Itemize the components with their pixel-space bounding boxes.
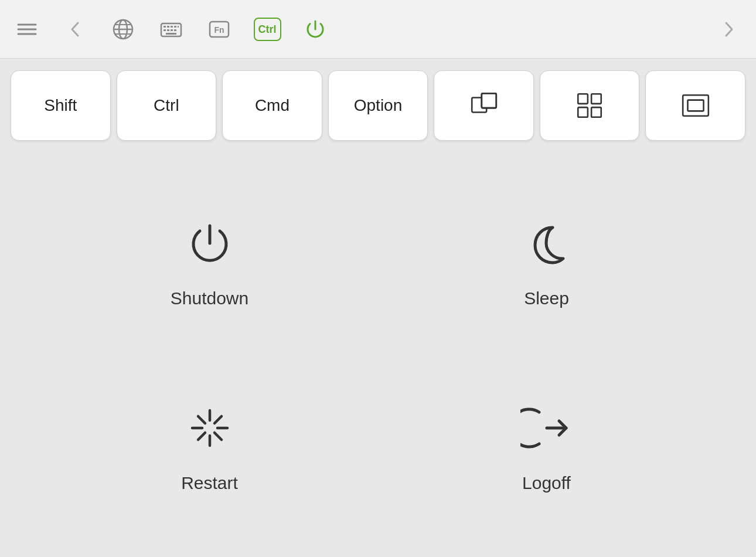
menu-icon[interactable] <box>12 14 42 45</box>
svg-rect-22 <box>481 93 496 108</box>
logoff-button[interactable]: Logoff <box>430 384 664 511</box>
shutdown-icon <box>183 217 236 272</box>
shutdown-label: Shutdown <box>171 288 248 308</box>
logoff-label: Logoff <box>522 473 571 493</box>
rect-key[interactable] <box>645 70 745 141</box>
svg-rect-29 <box>687 100 703 111</box>
svg-rect-24 <box>578 94 588 104</box>
sleep-button[interactable]: Sleep <box>430 199 664 326</box>
svg-rect-9 <box>164 26 166 28</box>
svg-line-35 <box>214 433 222 440</box>
shutdown-button[interactable]: Shutdown <box>93 199 327 326</box>
win1-key[interactable] <box>434 70 534 141</box>
keyboard-icon[interactable] <box>156 14 186 45</box>
restart-button[interactable]: Restart <box>93 384 327 511</box>
chevron-left-icon[interactable] <box>60 14 90 45</box>
toolbar: Fn Ctrl <box>0 0 756 59</box>
svg-rect-17 <box>174 29 176 31</box>
ctrl-key[interactable]: Ctrl <box>117 70 217 141</box>
option-key[interactable]: Option <box>328 70 428 141</box>
svg-rect-25 <box>591 94 601 104</box>
ctrl-box: Ctrl <box>254 18 281 41</box>
svg-line-36 <box>214 416 222 423</box>
svg-rect-28 <box>683 95 709 116</box>
svg-line-37 <box>198 433 205 440</box>
svg-rect-26 <box>578 107 588 117</box>
svg-rect-13 <box>178 26 179 28</box>
power-toolbar-icon[interactable] <box>300 14 331 45</box>
restart-label: Restart <box>181 473 238 493</box>
svg-rect-15 <box>167 29 169 31</box>
logoff-icon <box>520 402 573 457</box>
svg-rect-18 <box>166 33 176 35</box>
svg-rect-11 <box>171 26 173 28</box>
globe-icon[interactable] <box>108 14 138 45</box>
svg-rect-14 <box>164 29 166 31</box>
svg-rect-16 <box>171 29 173 31</box>
win2-key[interactable] <box>540 70 640 141</box>
cmd-key[interactable]: Cmd <box>222 70 322 141</box>
svg-rect-12 <box>174 26 176 28</box>
svg-rect-27 <box>591 107 601 117</box>
svg-line-34 <box>198 416 205 423</box>
svg-rect-10 <box>167 26 169 28</box>
sleep-label: Sleep <box>524 288 569 308</box>
restart-icon <box>183 402 236 457</box>
main-content: Shutdown Sleep Restart <box>0 152 756 557</box>
shift-key[interactable]: Shift <box>11 70 111 141</box>
chevron-right-icon[interactable] <box>714 14 744 45</box>
sleep-icon <box>520 217 573 272</box>
fn-icon[interactable]: Fn <box>204 14 234 45</box>
ctrl-active-icon[interactable]: Ctrl <box>252 14 282 45</box>
svg-text:Fn: Fn <box>214 25 224 35</box>
keys-row: Shift Ctrl Cmd Option <box>0 59 756 152</box>
